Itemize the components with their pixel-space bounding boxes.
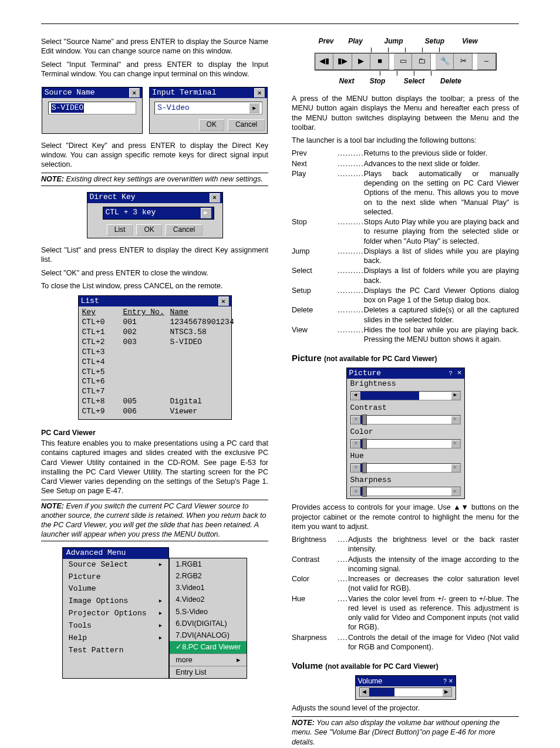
definition-row: Brightness .... Adjusts the brightness l…: [292, 535, 519, 554]
direct-key-window: Direct Key × CTL + 3 key ▶ List OK Cance…: [87, 192, 223, 239]
source-name-input[interactable]: S-VIDEO: [48, 102, 136, 114]
volume-window: Volume ? × ◀ ▶: [355, 675, 456, 700]
toolbar-label: Select: [394, 77, 435, 86]
pc-card-viewer-heading: PC Card Viewer: [41, 428, 268, 437]
toolbar-label: Jump: [373, 37, 414, 46]
setup-icon[interactable]: 🔧: [436, 53, 454, 70]
menu-item[interactable]: Source Select▸: [63, 559, 168, 571]
para: Adjusts the sound level of the projector…: [292, 703, 519, 713]
table-row: CTL+4: [82, 358, 228, 368]
menu-item[interactable]: Projector Options▸: [63, 608, 168, 620]
menu-item[interactable]: Tools▸: [63, 620, 168, 632]
advanced-menu: Advanced Menu Source Select▸PictureVolum…: [62, 547, 169, 679]
volume-slider[interactable]: ◀ ▶: [359, 688, 452, 697]
table-row: CTL+5: [82, 368, 228, 378]
next-icon[interactable]: ▮▶: [333, 53, 352, 70]
table-row: CTL+6: [82, 377, 228, 387]
slider-left-icon: ◀: [351, 440, 360, 448]
slider-right-icon: ▶: [451, 440, 460, 448]
note-label: NOTE:: [41, 502, 64, 510]
note: NOTE: Even if you switch the current PC …: [41, 500, 268, 541]
submenu-item[interactable]: 1.RGB1: [170, 558, 247, 570]
submenu-item[interactable]: 2.RGB2: [170, 570, 247, 582]
launcher-list: Prev .......... Returns to the previous …: [292, 149, 519, 344]
close-icon[interactable]: ×: [254, 88, 265, 97]
menu-item[interactable]: Picture: [63, 571, 168, 584]
para: Provides access to controls for your ima…: [292, 503, 519, 531]
close-icon[interactable]: ×: [210, 193, 220, 203]
slider-left-icon[interactable]: ◀: [351, 392, 360, 400]
slider: ◀▶: [350, 439, 461, 449]
para: Select "Source Name" and press ENTER to …: [41, 37, 268, 56]
ok-button[interactable]: OK: [136, 224, 161, 236]
ok-button[interactable]: OK: [199, 119, 224, 131]
delete-icon[interactable]: ✂: [454, 53, 473, 70]
note-text: Even if you switch the current PC Card V…: [41, 502, 266, 539]
window-title: Input Terminal: [152, 88, 216, 98]
picture-row-label: Color: [347, 427, 464, 438]
menu-title: Advanced Menu: [63, 548, 168, 559]
input-value: S-VIDEO: [51, 103, 85, 113]
table-row: CTL+8005Digital: [82, 397, 228, 407]
select-icon[interactable]: 🗀: [412, 53, 431, 70]
slider-left-icon: ◀: [351, 416, 360, 424]
para: This feature enables you to make present…: [41, 439, 268, 496]
close-icon[interactable]: ×: [457, 369, 462, 378]
prev-icon[interactable]: ◀▮: [315, 53, 334, 70]
definition-row: Next .......... Advances to the next sli…: [292, 159, 519, 169]
close-icon[interactable]: ×: [448, 677, 453, 685]
definition-row: Jump .......... Displays a list of slide…: [292, 247, 519, 266]
slider-right-icon[interactable]: ▶: [451, 392, 460, 400]
chevron-right-icon[interactable]: ▶: [201, 208, 211, 218]
definition-row: Stop .......... Stops Auto Play while yo…: [292, 217, 519, 246]
play-icon[interactable]: ▶: [352, 53, 371, 70]
help-icon[interactable]: ?: [443, 678, 447, 685]
submenu-item[interactable]: 4.Video2: [170, 594, 247, 605]
menu-item[interactable]: Test Pattern: [63, 645, 168, 657]
slider-left-icon: ◀: [351, 487, 360, 496]
toolbar-label: Setup: [414, 37, 456, 46]
slider: ◀▶: [350, 415, 461, 424]
close-icon[interactable]: ×: [218, 296, 229, 306]
chevron-right-icon[interactable]: ▶: [249, 103, 259, 113]
submenu-item[interactable]: 5.S-Video: [170, 606, 247, 618]
slider[interactable]: ◀▶: [350, 391, 461, 400]
table-row: CTL+3: [82, 348, 228, 358]
list-button[interactable]: List: [107, 224, 133, 236]
input-terminal-dropdown[interactable]: S-Video ▶: [154, 102, 262, 114]
toolbar-label: Prev: [315, 37, 338, 46]
para: Select "Input Terminal" and press ENTER …: [41, 60, 268, 79]
dropdown-value: S-Video: [157, 103, 190, 113]
submenu-item[interactable]: Entry List: [170, 666, 247, 678]
table-row: CTL+7: [82, 387, 228, 397]
direct-key-dropdown[interactable]: CTL + 3 key ▶: [103, 207, 214, 220]
slider-right-icon[interactable]: ▶: [442, 688, 451, 696]
cancel-button[interactable]: Cancel: [166, 224, 203, 236]
menu-item[interactable]: Help▸: [63, 632, 168, 645]
stop-icon[interactable]: ■: [370, 53, 389, 70]
close-icon[interactable]: ×: [129, 88, 140, 97]
view-icon[interactable]: –: [477, 53, 496, 70]
submenu-item[interactable]: 7.DVI(ANALOG): [170, 629, 247, 641]
definition-row: Select .......... Displays a list of fol…: [292, 266, 519, 285]
note-text: Existing direct key settings are overwri…: [66, 175, 263, 183]
menu-item[interactable]: Volume: [63, 583, 168, 595]
para: Select "List" and press ENTER to display…: [41, 245, 268, 265]
help-icon[interactable]: ?: [449, 370, 453, 377]
menu-item[interactable]: Image Options▸: [63, 595, 168, 608]
submenu-item[interactable]: 3.Video1: [170, 582, 247, 594]
window-title: List: [81, 296, 99, 306]
submenu-item[interactable]: more ▸: [170, 654, 247, 666]
slider-left-icon[interactable]: ◀: [360, 688, 369, 696]
jump-icon[interactable]: ▭: [394, 53, 413, 70]
note-label: NOTE:: [41, 175, 64, 183]
advanced-submenu: 1.RGB12.RGB23.Video14.Video25.S-Video6.D…: [169, 558, 247, 679]
submenu-item[interactable]: ✓8.PC Card Viewer: [170, 641, 247, 653]
definition-row: Prev .......... Returns to the previous …: [292, 149, 519, 158]
submenu-item[interactable]: 6.DVI(DIGITAL): [170, 618, 247, 629]
definition-row: Contrast .... Adjusts the intensity of t…: [292, 555, 519, 574]
window-title: Picture: [349, 369, 382, 379]
volume-heading: Volume (not available for PC Card Viewer…: [292, 660, 519, 672]
cancel-button[interactable]: Cancel: [228, 119, 265, 131]
definition-row: Sharpness .... Controls the detail of th…: [292, 633, 519, 652]
